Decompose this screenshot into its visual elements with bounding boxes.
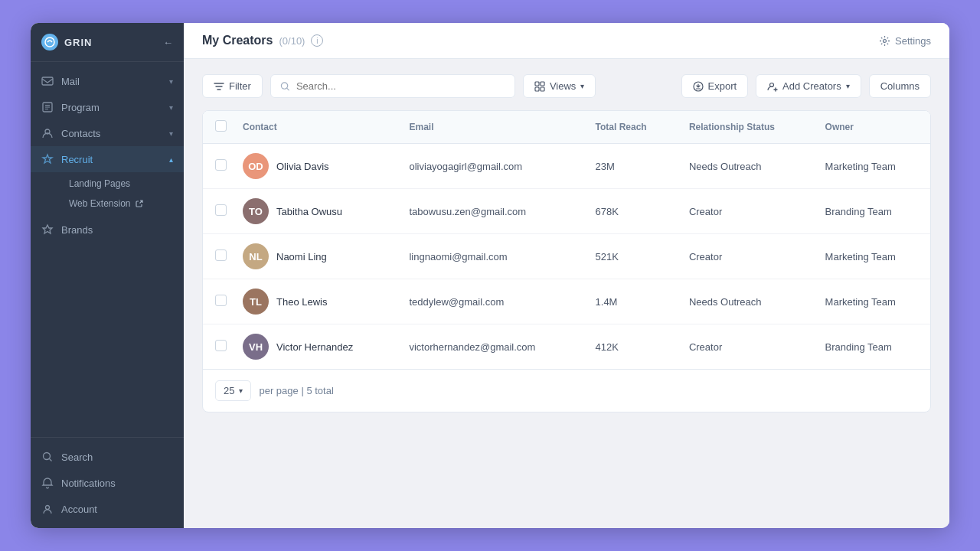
sidebar-bottom-nav: Search Notifications: [31, 437, 184, 528]
sidebar-item-label-brands: Brands: [61, 224, 93, 236]
email-cell: oliviayogagirl@gmail.com: [397, 144, 583, 189]
svg-marker-4: [43, 225, 52, 233]
views-button[interactable]: Views ▾: [523, 74, 596, 98]
page-count: (0/10): [279, 35, 305, 47]
contact-cell: OD Olivia Davis: [230, 144, 397, 189]
relationship-status-cell: Creator: [677, 234, 813, 279]
sidebar-item-landing-pages[interactable]: Landing Pages: [61, 174, 184, 194]
svg-rect-11: [535, 87, 539, 91]
row-checkbox-cell: [203, 144, 230, 189]
email-cell: tabowusu.zen@gmail.com: [397, 189, 583, 234]
sidebar-item-search[interactable]: Search: [31, 444, 184, 470]
sidebar: GRIN ← Mail ▾: [31, 23, 184, 528]
search-input[interactable]: [296, 80, 505, 92]
svg-rect-1: [42, 77, 53, 85]
svg-rect-12: [541, 87, 544, 91]
sidebar-item-label-program: Program: [61, 102, 100, 113]
svg-point-6: [46, 506, 50, 510]
total-reach-cell: 412K: [583, 324, 677, 370]
pagination-total: per page | 5 total: [259, 385, 333, 396]
table-row: TO Tabitha Owusu tabowusu.zen@gmail.com …: [203, 189, 930, 234]
sidebar-item-account[interactable]: Account: [31, 496, 184, 522]
sidebar-item-notifications[interactable]: Notifications: [31, 470, 184, 496]
account-label: Account: [61, 504, 97, 515]
select-all-header: [203, 111, 230, 144]
table-row: NL Naomi Ling lingnaomi@gmail.com 521K C…: [203, 234, 930, 279]
contact-cell: NL Naomi Ling: [230, 234, 397, 279]
avatar: VH: [243, 334, 269, 360]
email-cell: teddylew@gmail.com: [397, 279, 583, 324]
owner-column-header: Owner: [813, 111, 930, 144]
settings-label: Settings: [895, 35, 931, 47]
contact-cell: TL Theo Lewis: [230, 279, 397, 324]
settings-button[interactable]: Settings: [879, 35, 931, 47]
contact-name: Naomi Ling: [276, 251, 327, 262]
row-checkbox-cell: [203, 189, 230, 234]
page-title: My Creators: [202, 34, 273, 47]
contacts-arrow-icon: ▾: [169, 129, 173, 138]
contact-name: Tabitha Owusu: [276, 206, 342, 217]
logo: GRIN: [41, 34, 93, 51]
add-creators-icon: [767, 81, 778, 92]
export-button[interactable]: Export: [681, 74, 749, 98]
per-page-value: 25: [224, 385, 234, 396]
total-reach-cell: 1.4M: [583, 279, 677, 324]
avatar: NL: [243, 243, 269, 269]
email-column-header: Email: [397, 111, 583, 144]
row-checkbox[interactable]: [215, 204, 227, 216]
relationship-status-cell: Needs Outreach: [677, 279, 813, 324]
sidebar-item-program[interactable]: Program ▾: [31, 94, 184, 120]
row-checkbox[interactable]: [215, 159, 227, 171]
search-nav-label: Search: [61, 452, 93, 463]
landing-pages-label: Landing Pages: [69, 178, 130, 189]
svg-rect-10: [541, 82, 544, 86]
account-icon: [41, 503, 54, 515]
info-icon[interactable]: i: [311, 34, 323, 47]
recruit-icon: [41, 153, 54, 165]
sidebar-item-brands[interactable]: Brands: [31, 217, 184, 243]
total-reach-cell: 521K: [583, 234, 677, 279]
table-body: OD Olivia Davis oliviayogagirl@gmail.com…: [203, 144, 930, 370]
contact-name: Olivia Davis: [276, 161, 329, 172]
row-checkbox[interactable]: [215, 249, 227, 261]
sidebar-nav: Mail ▾ Program ▾: [31, 62, 184, 437]
sidebar-item-label-contacts: Contacts: [61, 128, 100, 139]
email-cell: victorhernandez@gmail.com: [397, 324, 583, 370]
relationship-status-cell: Creator: [677, 324, 813, 370]
columns-button[interactable]: Columns: [869, 74, 931, 98]
filter-icon: [214, 81, 224, 92]
search-box[interactable]: [270, 74, 515, 98]
per-page-select[interactable]: 25 ▾: [215, 380, 251, 401]
contact-column-header: Contact: [230, 111, 397, 144]
sidebar-item-recruit[interactable]: Recruit ▴: [31, 146, 184, 172]
sidebar-item-contacts[interactable]: Contacts ▾: [31, 120, 184, 146]
creators-table: Contact Email Total Reach Relationship S…: [203, 111, 930, 369]
contact-cell: VH Victor Hernandez: [230, 324, 397, 370]
row-checkbox[interactable]: [215, 295, 227, 306]
owner-cell: Branding Team: [813, 189, 930, 234]
notifications-label: Notifications: [61, 478, 116, 489]
views-chevron-icon: ▾: [580, 82, 584, 90]
total-reach-column-header: Total Reach: [583, 111, 677, 144]
sidebar-collapse-btn[interactable]: ←: [163, 37, 173, 48]
logo-text: GRIN: [64, 37, 93, 48]
per-page-chevron-icon: ▾: [239, 386, 243, 395]
search-nav-icon: [41, 451, 54, 463]
recruit-arrow-icon: ▴: [169, 155, 173, 164]
filter-button[interactable]: Filter: [202, 74, 263, 98]
total-reach-cell: 678K: [583, 189, 677, 234]
add-creators-chevron-icon: ▾: [846, 82, 850, 90]
web-extension-label: Web Extension: [69, 198, 131, 209]
sidebar-item-mail[interactable]: Mail ▾: [31, 68, 184, 94]
contact-name: Theo Lewis: [276, 296, 327, 308]
svg-point-0: [45, 37, 54, 47]
sidebar-item-web-extension[interactable]: Web Extension: [61, 194, 184, 214]
owner-cell: Marketing Team: [813, 234, 930, 279]
select-all-checkbox[interactable]: [215, 120, 227, 132]
relationship-status-cell: Creator: [677, 189, 813, 234]
main-body: Filter: [184, 59, 949, 528]
row-checkbox[interactable]: [215, 340, 227, 351]
recruit-submenu: Landing Pages Web Extension: [31, 172, 184, 217]
sidebar-header: GRIN ←: [31, 23, 184, 62]
add-creators-button[interactable]: Add Creators ▾: [756, 74, 861, 98]
